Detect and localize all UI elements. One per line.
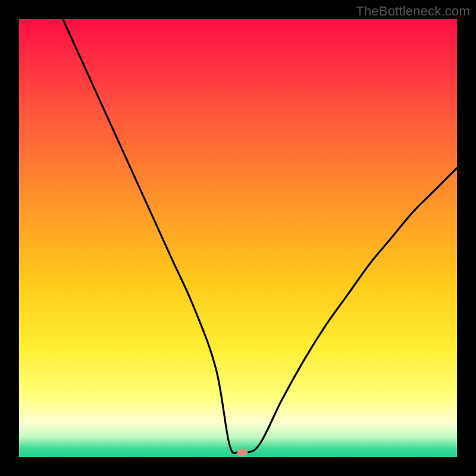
svg-rect-0 bbox=[237, 449, 248, 456]
chart-svg bbox=[19, 19, 457, 457]
plot-area bbox=[19, 19, 457, 457]
watermark-label: TheBottleneck.com bbox=[356, 4, 470, 19]
optimum-marker bbox=[237, 449, 248, 456]
chart-frame: TheBottleneck.com bbox=[0, 0, 476, 476]
